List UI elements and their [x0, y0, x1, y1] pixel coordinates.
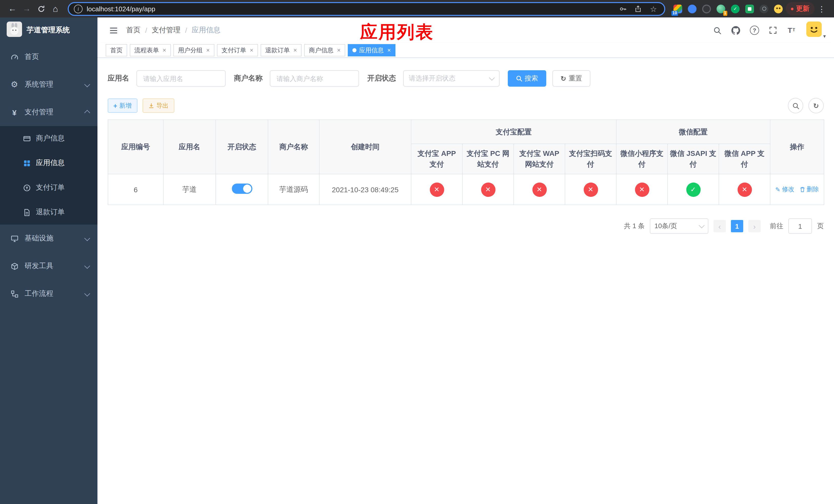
export-button[interactable]: 导出: [142, 98, 174, 113]
tab-refund-order[interactable]: 退款订单: [261, 44, 302, 56]
sidebar-item-pay-order[interactable]: 支付订单: [0, 175, 97, 200]
monitor-icon: [10, 234, 19, 242]
site-info-icon[interactable]: [74, 4, 83, 13]
reset-button[interactable]: 重置: [552, 70, 590, 87]
breadcrumb-item-payment[interactable]: 支付管理: [152, 26, 180, 35]
sidebar-item-home[interactable]: 首页: [0, 43, 97, 71]
goto-page-input[interactable]: [788, 219, 812, 234]
browser-update-button[interactable]: 更新: [786, 2, 814, 15]
main-area: 应用列表 首页 / 支付管理 / 应用信息: [97, 18, 834, 504]
extension-avatar-icon[interactable]: 1: [717, 4, 725, 13]
extension-face-icon[interactable]: [774, 4, 783, 13]
help-icon[interactable]: [747, 23, 762, 38]
toggle-search-button[interactable]: [788, 98, 803, 113]
sidebar-item-label: 工作流程: [25, 289, 79, 298]
col-header-alipay-wap: 支付宝 WAP 网站支付: [514, 144, 565, 174]
add-button[interactable]: 新增: [108, 98, 137, 113]
address-bar[interactable]: localhost:1024/pay/app: [68, 2, 665, 16]
page-size-select[interactable]: 10条/页: [650, 219, 708, 234]
tab-close-icon[interactable]: [387, 47, 391, 53]
edit-link-label: 修改: [782, 185, 794, 194]
cell-create-time: 2021-10-23 08:49:25: [319, 174, 411, 205]
extension-blue-icon[interactable]: [688, 4, 697, 13]
tab-merchant-info[interactable]: 商户信息: [304, 44, 345, 56]
prev-page-button[interactable]: [714, 220, 726, 232]
col-header-wx-app: 微信 APP 支付: [719, 144, 770, 174]
rabbit-logo-icon: [7, 22, 22, 39]
breadcrumb-item-home[interactable]: 首页: [126, 26, 140, 35]
search-button[interactable]: 搜索: [508, 70, 546, 87]
page-number-button[interactable]: 1: [731, 220, 743, 232]
tab-user-group[interactable]: 用户分组: [173, 44, 214, 56]
merchant-name-input[interactable]: [270, 70, 359, 87]
chevron-up-icon: [85, 108, 89, 116]
delete-link[interactable]: 删除: [799, 185, 819, 194]
breadcrumb-item-current: 应用信息: [192, 26, 221, 35]
github-icon[interactable]: [728, 23, 744, 38]
chevron-down-icon: [85, 81, 89, 89]
tab-pay-order[interactable]: 支付订单: [217, 44, 258, 56]
sidebar-item-devtools[interactable]: 研发工具: [0, 252, 97, 280]
col-header-status: 开启状态: [216, 120, 268, 174]
extension-pinwheel-icon[interactable]: [760, 4, 768, 13]
refresh-table-button[interactable]: [808, 98, 824, 113]
sidebar-item-label: 基础设施: [25, 234, 79, 243]
url-text[interactable]: localhost:1024/pay/app: [87, 5, 613, 13]
breadcrumb: 首页 / 支付管理 / 应用信息: [126, 26, 221, 35]
pagination: 共 1 条 10条/页 1 前往 页: [108, 219, 824, 234]
edit-link[interactable]: 修改: [775, 185, 794, 194]
card-icon: [23, 135, 31, 142]
extension-check-icon[interactable]: [731, 4, 740, 13]
tab-close-icon[interactable]: [250, 47, 254, 53]
sidebar: 芋道管理系统 首页 系统管理 支付管理: [0, 18, 97, 504]
tab-close-icon[interactable]: [293, 47, 297, 53]
browser-home-icon[interactable]: [48, 2, 63, 16]
top-navbar: 首页 / 支付管理 / 应用信息: [97, 18, 834, 43]
browser-forward-icon[interactable]: [20, 2, 34, 16]
extension-dark-icon[interactable]: [702, 4, 711, 13]
header-search-icon[interactable]: [710, 23, 725, 38]
sidebar-item-workflow[interactable]: 工作流程: [0, 280, 97, 307]
sidebar-item-refund-order[interactable]: 退款订单: [0, 200, 97, 225]
sidebar-item-payment[interactable]: 支付管理: [0, 98, 97, 126]
extension-green-square-icon[interactable]: [745, 4, 754, 13]
tab-close-icon[interactable]: [162, 47, 166, 53]
share-icon[interactable]: [632, 3, 644, 14]
tab-close-icon[interactable]: [337, 47, 341, 53]
extension-puzzle-icon[interactable]: 10: [674, 4, 682, 13]
password-key-icon[interactable]: [617, 3, 628, 14]
channel-disabled-icon: [584, 182, 598, 197]
extensions-area: 10 1: [674, 4, 783, 13]
browser-reload-icon[interactable]: [34, 2, 48, 16]
reset-button-label: 重置: [569, 74, 582, 83]
sidebar-item-app-info[interactable]: 应用信息: [0, 151, 97, 175]
tab-home[interactable]: 首页: [106, 44, 127, 56]
bookmark-star-icon[interactable]: [648, 3, 659, 14]
page-content: 应用名 商户名称 开启状态 请选择开启状态: [97, 58, 834, 504]
sidebar-item-infrastructure[interactable]: 基础设施: [0, 225, 97, 252]
grid-icon: [23, 159, 31, 167]
browser-back-icon[interactable]: [5, 2, 20, 16]
status-toggle[interactable]: [232, 184, 252, 194]
status-select[interactable]: 请选择开启状态: [403, 70, 500, 87]
sidebar-item-merchant-info[interactable]: 商户信息: [0, 126, 97, 151]
chevron-down-icon: [85, 262, 89, 270]
navbar-actions: [710, 22, 826, 39]
tab-app-info[interactable]: 应用信息: [348, 44, 395, 56]
cube-icon: [10, 262, 19, 270]
tab-process-form[interactable]: 流程表单: [130, 44, 171, 56]
user-menu[interactable]: [806, 22, 826, 39]
fullscreen-icon[interactable]: [765, 23, 781, 38]
col-header-alipay-qr: 支付宝扫码支付: [565, 144, 616, 174]
hamburger-icon[interactable]: [106, 23, 121, 38]
status-select-placeholder: 请选择开启状态: [409, 74, 456, 83]
tab-close-icon[interactable]: [206, 47, 210, 53]
avatar[interactable]: [806, 22, 822, 39]
next-page-button[interactable]: [748, 220, 761, 232]
sidebar-item-system[interactable]: 系统管理: [0, 71, 97, 98]
plus-icon: [113, 102, 117, 109]
font-size-icon[interactable]: [784, 23, 799, 38]
app-name-input[interactable]: [136, 70, 226, 87]
col-header-alipay-pc: 支付宝 PC 网站支付: [462, 144, 514, 174]
browser-menu-icon[interactable]: [814, 2, 829, 16]
